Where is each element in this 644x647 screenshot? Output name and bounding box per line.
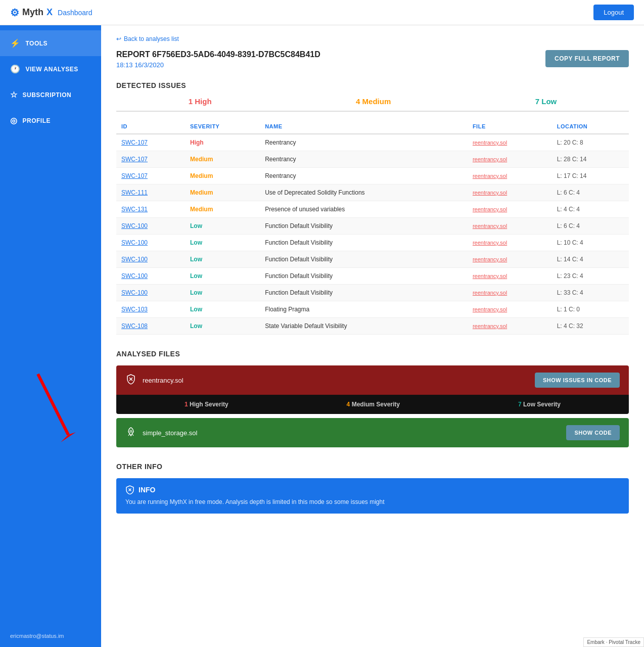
tools-icon: ⚡ [10, 38, 21, 48]
logo: ⚙ MythX Dashboard [10, 7, 93, 19]
show-issues-code-button[interactable]: SHOW ISSUES IN CODE [535, 373, 620, 388]
cell-name: Floating Pragma [260, 301, 468, 318]
analysed-files-section: ANALYSED FILES reentrancy.sol [116, 350, 629, 447]
copy-report-button[interactable]: COPY FULL REPORT [545, 50, 629, 67]
cell-id[interactable]: SWC-107 [116, 168, 185, 184]
cell-name: Reentrancy [260, 168, 468, 184]
cell-name: State Variable Default Visibility [260, 318, 468, 335]
high-severity-bar: 1 High Severity [185, 401, 228, 408]
info-label: INFO [139, 486, 155, 494]
cell-id[interactable]: SWC-100 [116, 235, 185, 251]
cell-severity: Low [185, 251, 260, 268]
table-row: SWC-100 Low Function Default Visibility … [116, 218, 629, 235]
col-severity: SEVERITY [185, 119, 260, 134]
back-link-label: Back to analyses list [124, 35, 179, 42]
cell-severity: Low [185, 285, 260, 301]
severity-summary: 1 High 4 Medium 7 Low [116, 97, 629, 106]
cell-file[interactable]: reentrancy.sol [468, 201, 552, 218]
table-row: SWC-100 Low Function Default Visibility … [116, 251, 629, 268]
table-row: SWC-107 Medium Reentrancy reentrancy.sol… [116, 151, 629, 168]
report-header: REPORT 6F756ED3-5AD6-4049-8391-D7BC5C84B… [116, 50, 629, 69]
cell-location: L: 28 C: 14 [552, 151, 629, 168]
shield-x-icon [125, 374, 136, 387]
shield-icon-info [125, 485, 134, 494]
cell-name: Function Default Visibility [260, 235, 468, 251]
cell-id[interactable]: SWC-108 [116, 318, 185, 335]
cell-location: L: 6 C: 4 [552, 184, 629, 201]
cell-severity: Medium [185, 151, 260, 168]
info-panel: INFO You are running MythX in free mode.… [116, 478, 629, 514]
cell-severity: Low [185, 235, 260, 251]
table-row: SWC-107 High Reentrancy reentrancy.sol L… [116, 134, 629, 151]
cell-location: L: 20 C: 8 [552, 134, 629, 151]
cell-id[interactable]: SWC-100 [116, 268, 185, 285]
col-file: FILE [468, 119, 552, 134]
other-info-section: OTHER INFO INFO You are running MythX in… [116, 463, 629, 514]
cell-id[interactable]: SWC-111 [116, 184, 185, 201]
cell-file[interactable]: reentrancy.sol [468, 134, 552, 151]
cell-file[interactable]: reentrancy.sol [468, 168, 552, 184]
reentrancy-filename: reentrancy.sol [143, 377, 183, 384]
cell-id[interactable]: SWC-107 [116, 151, 185, 168]
sidebar-item-profile-label: PROFILE [23, 117, 51, 124]
sidebar-item-tools[interactable]: ⚡ TOOLS [0, 30, 101, 56]
sidebar-item-subscription[interactable]: ☆ SUBSCRIPTION [0, 82, 101, 108]
logo-icon: ⚙ [10, 7, 19, 19]
cell-severity: Low [185, 318, 260, 335]
show-code-button[interactable]: SHOW CODE [566, 425, 620, 440]
simple-storage-file-info: simple_storage.sol [125, 426, 197, 440]
cell-location: L: 23 C: 4 [552, 268, 629, 285]
cell-location: L: 10 C: 4 [552, 235, 629, 251]
cell-name: Function Default Visibility [260, 268, 468, 285]
logout-button[interactable]: Logout [593, 5, 634, 20]
cell-file[interactable]: reentrancy.sol [468, 151, 552, 168]
cell-id[interactable]: SWC-107 [116, 134, 185, 151]
logo-myth: Myth [22, 7, 43, 18]
cell-location: L: 33 C: 4 [552, 285, 629, 301]
sidebar-item-subscription-label: SUBSCRIPTION [23, 91, 72, 99]
logo-x: X [47, 7, 53, 18]
reentrancy-file-info: reentrancy.sol [125, 374, 183, 387]
table-row: SWC-100 Low Function Default Visibility … [116, 285, 629, 301]
cell-location: L: 14 C: 4 [552, 251, 629, 268]
cell-id[interactable]: SWC-103 [116, 301, 185, 318]
back-link[interactable]: ↩ Back to analyses list [116, 35, 629, 42]
cell-id[interactable]: SWC-100 [116, 285, 185, 301]
table-row: SWC-103 Low Floating Pragma reentrancy.s… [116, 301, 629, 318]
cell-id[interactable]: SWC-100 [116, 251, 185, 268]
cell-file[interactable]: reentrancy.sol [468, 218, 552, 235]
simple-storage-filename: simple_storage.sol [143, 429, 197, 437]
sidebar-item-profile[interactable]: ◎ PROFILE [0, 108, 101, 133]
cell-id[interactable]: SWC-131 [116, 201, 185, 218]
top-navigation: ⚙ MythX Dashboard Logout [0, 0, 644, 25]
rocket-icon [125, 426, 136, 440]
cell-file[interactable]: reentrancy.sol [468, 285, 552, 301]
table-row: SWC-111 Medium Use of Deprecated Solidit… [116, 184, 629, 201]
sidebar-item-tools-label: TOOLS [26, 40, 48, 47]
cell-severity: Low [185, 301, 260, 318]
detected-issues-title: DETECTED ISSUES [116, 81, 629, 89]
high-count: 1 High [189, 97, 212, 106]
cell-location: L: 4 C: 32 [552, 318, 629, 335]
cell-name: Function Default Visibility [260, 218, 468, 235]
cell-file[interactable]: reentrancy.sol [468, 318, 552, 335]
cell-severity: Medium [185, 201, 260, 218]
cell-file[interactable]: reentrancy.sol [468, 251, 552, 268]
cell-id[interactable]: SWC-100 [116, 218, 185, 235]
sidebar-item-view-analyses[interactable]: 🕐 VIEW ANALYSES [0, 56, 101, 82]
cell-file[interactable]: reentrancy.sol [468, 184, 552, 201]
report-info: REPORT 6F756ED3-5AD6-4049-8391-D7BC5C84B… [116, 50, 320, 69]
simple-storage-file-row: simple_storage.sol SHOW CODE [116, 418, 629, 447]
cell-name: Function Default Visibility [260, 285, 468, 301]
cell-name: Use of Deprecated Solidity Functions [260, 184, 468, 201]
profile-icon: ◎ [10, 116, 18, 125]
cell-file[interactable]: reentrancy.sol [468, 301, 552, 318]
cell-file[interactable]: reentrancy.sol [468, 268, 552, 285]
col-name: NAME [260, 119, 468, 134]
cell-location: L: 1 C: 0 [552, 301, 629, 318]
cell-file[interactable]: reentrancy.sol [468, 235, 552, 251]
file-block-simple-storage: simple_storage.sol SHOW CODE [116, 418, 629, 447]
analysed-files-title: ANALYSED FILES [116, 350, 629, 358]
reentrancy-file-row: reentrancy.sol SHOW ISSUES IN CODE [116, 365, 629, 395]
embark-badge: Embark · Pivotal Tracke [583, 637, 644, 647]
